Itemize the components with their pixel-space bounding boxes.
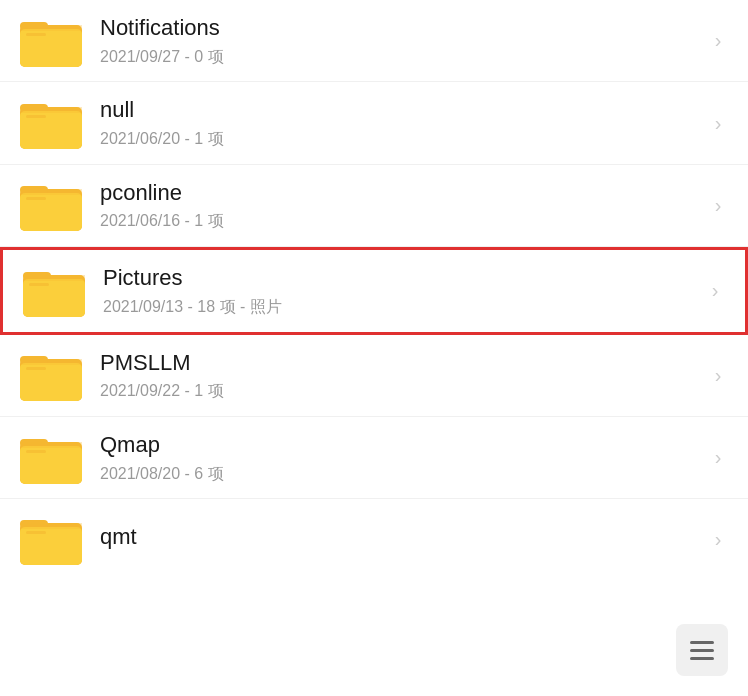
chevron-right-icon: › [708,195,728,215]
item-name: Notifications [100,14,708,43]
item-info: PMSLLM 2021/09/22 - 1 项 [100,349,708,402]
svg-rect-28 [20,442,82,448]
svg-rect-29 [26,450,46,453]
folder-icon [23,265,85,317]
svg-rect-23 [20,359,82,365]
item-name: qmt [100,523,708,552]
svg-rect-24 [26,367,46,370]
item-info: qmt [100,523,708,556]
item-info: Pictures 2021/09/13 - 18 项 - 照片 [103,264,705,317]
item-name: pconline [100,179,708,208]
svg-rect-13 [20,189,82,195]
list-item-qmt[interactable]: qmt › [0,499,748,579]
chevron-right-icon: › [708,31,728,51]
folder-icon [20,97,82,149]
svg-rect-9 [26,115,46,118]
svg-rect-18 [23,275,85,281]
svg-rect-8 [20,107,82,113]
item-info: null 2021/06/20 - 1 项 [100,96,708,149]
item-info: Qmap 2021/08/20 - 6 项 [100,431,708,484]
item-name: PMSLLM [100,349,708,378]
item-meta: 2021/09/27 - 0 项 [100,47,708,68]
list-item-qmap[interactable]: Qmap 2021/08/20 - 6 项 › [0,417,748,499]
item-meta: 2021/08/20 - 6 项 [100,464,708,485]
svg-rect-19 [29,283,49,286]
svg-rect-3 [20,25,82,31]
list-item-notifications[interactable]: Notifications 2021/09/27 - 0 项 › [0,0,748,82]
chevron-right-icon: › [708,529,728,549]
file-list: Notifications 2021/09/27 - 0 项 › [0,0,748,696]
folder-icon [20,179,82,231]
folder-icon [20,513,82,565]
svg-rect-14 [26,197,46,200]
chevron-right-icon: › [708,448,728,468]
svg-rect-33 [20,523,82,529]
folder-icon [20,15,82,67]
menu-button[interactable] [676,624,728,676]
chevron-right-icon: › [705,281,725,301]
item-meta: 2021/06/16 - 1 项 [100,211,708,232]
item-info: Notifications 2021/09/27 - 0 项 [100,14,708,67]
svg-rect-34 [26,531,46,534]
list-item-pictures[interactable]: Pictures 2021/09/13 - 18 项 - 照片 › [0,247,748,334]
hamburger-icon [690,641,714,660]
list-item-null[interactable]: null 2021/06/20 - 1 项 › [0,82,748,164]
item-meta: 2021/09/13 - 18 项 - 照片 [103,297,705,318]
item-meta: 2021/06/20 - 1 项 [100,129,708,150]
folder-icon [20,349,82,401]
item-info: pconline 2021/06/16 - 1 项 [100,179,708,232]
chevron-right-icon: › [708,365,728,385]
item-name: null [100,96,708,125]
item-meta: 2021/09/22 - 1 项 [100,381,708,402]
svg-rect-4 [26,33,46,36]
folder-icon [20,432,82,484]
item-name: Qmap [100,431,708,460]
chevron-right-icon: › [708,113,728,133]
item-name: Pictures [103,264,705,293]
list-item-pconline[interactable]: pconline 2021/06/16 - 1 项 › [0,165,748,247]
list-item-pmsllm[interactable]: PMSLLM 2021/09/22 - 1 项 › [0,335,748,417]
